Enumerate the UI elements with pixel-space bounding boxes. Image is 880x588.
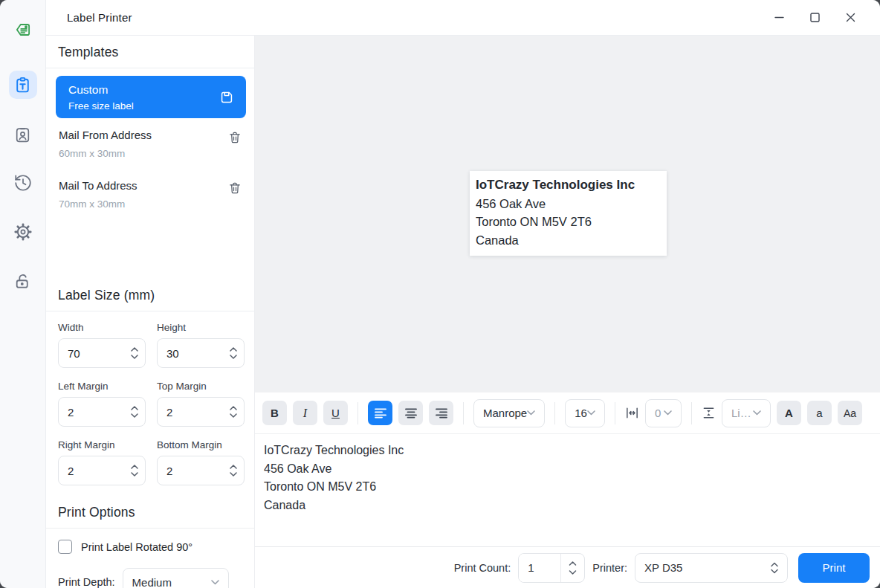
rotate-checkbox-label: Print Label Rotated 90° (81, 541, 192, 553)
right-margin-stepper (58, 456, 146, 485)
delete-template-button[interactable] (227, 181, 242, 196)
chevron-up-icon[interactable] (131, 465, 138, 469)
rotate-checkbox[interactable] (58, 540, 72, 554)
app-window: Label Printer (0, 0, 880, 588)
left-margin-label: Left Margin (58, 381, 146, 392)
font-size-select[interactable]: 16 (565, 399, 605, 427)
chevron-up-icon[interactable] (131, 406, 138, 410)
uppercase-button[interactable]: A (777, 401, 801, 425)
chevron-down-icon[interactable] (131, 355, 138, 359)
right-margin-label: Right Margin (58, 439, 146, 450)
toolbar-divider (463, 402, 464, 424)
chevron-down-icon[interactable] (131, 413, 138, 418)
contact-card-icon (13, 126, 32, 144)
chevron-up-icon[interactable] (230, 465, 237, 469)
trash-icon (227, 181, 242, 196)
preview-line: Canada (476, 231, 661, 250)
save-template-button[interactable] (219, 89, 235, 106)
print-bar: Print Count: Printer: XP D35 (255, 546, 880, 588)
lowercase-button[interactable]: a (807, 401, 832, 425)
toolbar-divider (691, 402, 692, 424)
chevron-down-icon (664, 410, 672, 416)
template-item-custom[interactable]: Custom Free size label (56, 76, 246, 118)
bottom-margin-label: Bottom Margin (157, 439, 245, 450)
chevron-down-icon (527, 410, 535, 416)
toolbar-divider (358, 402, 358, 424)
chevron-down-icon[interactable] (230, 472, 237, 476)
align-right-button[interactable] (429, 401, 453, 425)
rotate-label-option[interactable]: Print Label Rotated 90° (46, 529, 254, 554)
align-left-icon (375, 408, 386, 419)
label-text-editor[interactable]: IoTCrazy Technologies Inc 456 Oak Ave To… (255, 434, 880, 546)
italic-button[interactable]: I (293, 401, 317, 425)
label-preview[interactable]: IoTCrazy Technologies Inc 456 Oak Ave To… (470, 171, 667, 256)
print-depth-row: Print Depth: Medium (46, 568, 254, 588)
maximize-button[interactable] (797, 5, 832, 30)
align-center-button[interactable] (398, 401, 423, 425)
format-toolbar: B I U (255, 392, 880, 434)
chevron-up-icon[interactable] (230, 347, 237, 352)
height-label: Height (157, 322, 245, 333)
trash-icon (227, 130, 242, 145)
template-subtitle: Free size label (68, 100, 134, 112)
underline-button[interactable]: U (323, 401, 348, 425)
minimize-button[interactable] (761, 5, 797, 30)
sidebar-item-templates[interactable] (9, 71, 37, 99)
align-left-button[interactable] (368, 401, 392, 425)
template-subtitle: 60mm x 30mm (59, 148, 152, 159)
capitalize-button[interactable]: Aa (838, 401, 862, 425)
font-family-select[interactable]: Manrope (473, 399, 545, 427)
text-case-group: A a Aa (777, 401, 862, 425)
left-margin-stepper (58, 397, 146, 427)
chevron-down-icon[interactable] (230, 413, 237, 418)
letter-spacing-icon (625, 406, 639, 420)
template-name: Mail To Address (59, 179, 138, 192)
chevron-down-icon[interactable] (230, 355, 237, 359)
chevron-up-icon[interactable] (230, 406, 237, 410)
close-button[interactable] (832, 5, 868, 30)
letter-spacing-select[interactable]: 0 (645, 399, 682, 427)
settings-panel: Templates Custom Free size label (46, 36, 255, 588)
bottom-margin-stepper (157, 456, 245, 485)
icon-sidebar (0, 0, 46, 588)
sidebar-item-security[interactable] (9, 267, 37, 295)
print-depth-select[interactable]: Medium (123, 568, 229, 588)
toolbar-divider (615, 402, 615, 424)
delete-template-button[interactable] (227, 130, 242, 145)
print-count-input[interactable] (519, 554, 560, 582)
chevron-down-icon[interactable] (569, 570, 577, 575)
width-label: Width (58, 322, 146, 333)
label-size-grid: Width Height (46, 311, 254, 485)
chevron-down-icon[interactable] (131, 472, 138, 476)
height-stepper (157, 338, 245, 368)
templates-heading: Templates (46, 36, 254, 68)
sidebar-item-contacts[interactable] (9, 120, 37, 149)
unlock-icon (13, 272, 32, 291)
template-name: Mail From Address (59, 129, 152, 141)
template-item-mail-from[interactable]: Mail From Address 60mm x 30mm (46, 118, 254, 169)
template-name: Custom (68, 83, 134, 97)
printer-label: Printer: (592, 562, 627, 574)
bold-button[interactable]: B (262, 401, 287, 425)
chevron-down-icon (587, 410, 595, 416)
preview-line: Toronto ON M5V 2T6 (476, 213, 661, 231)
align-center-icon (405, 408, 417, 419)
chevron-up-icon[interactable] (569, 561, 577, 566)
chevron-up-icon[interactable] (131, 347, 138, 352)
font-size-value: 16 (575, 407, 587, 419)
sidebar-item-settings[interactable] (9, 218, 37, 246)
print-count-label: Print Count: (454, 562, 511, 574)
save-icon (219, 89, 235, 106)
label-size-heading: Label Size (mm) (46, 279, 254, 311)
line-height-select[interactable]: Lin... (722, 399, 771, 427)
template-item-mail-to[interactable]: Mail To Address 70mm x 30mm (46, 169, 254, 219)
editor-line: IoTCrazy Technologies Inc (264, 442, 871, 460)
gear-icon (13, 222, 33, 242)
sidebar-item-history[interactable] (9, 169, 37, 197)
printer-select[interactable]: XP D35 (635, 553, 788, 583)
sidebar-item-labels[interactable] (9, 16, 37, 44)
print-depth-value: Medium (132, 576, 172, 588)
label-canvas[interactable]: IoTCrazy Technologies Inc 456 Oak Ave To… (255, 36, 880, 392)
print-button[interactable]: Print (798, 553, 870, 583)
close-icon (846, 13, 855, 22)
